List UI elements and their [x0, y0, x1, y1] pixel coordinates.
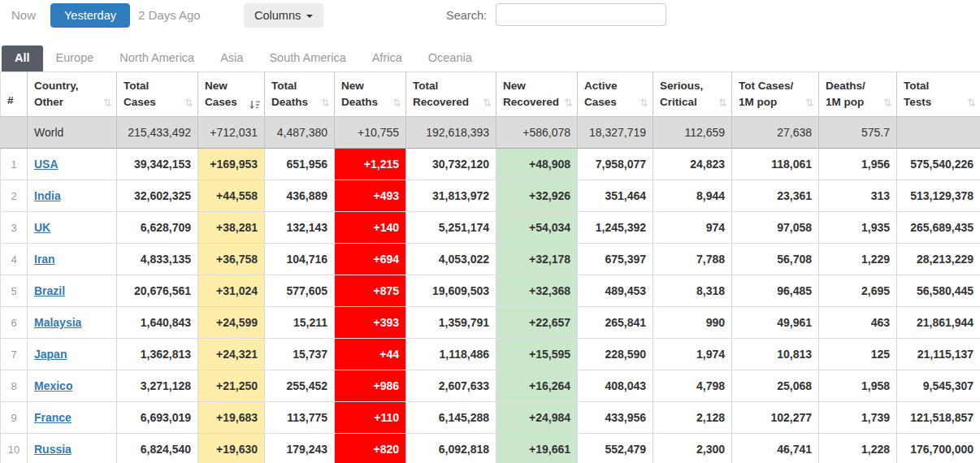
sort-both-icon: ⇅	[483, 95, 492, 111]
header-label: Deaths	[341, 96, 378, 108]
country-row-iran: 4Iran4,833,135+36,758104,716+6944,053,02…	[1, 244, 980, 275]
world-total-row: World215,433,492+712,0314,487,380+10,755…	[1, 117, 980, 149]
tab-europe[interactable]: Europe	[43, 45, 107, 71]
sort-both-icon: ⇅	[883, 95, 892, 111]
new-cases-cell: +36,758	[198, 244, 265, 275]
country-link[interactable]: India	[34, 189, 61, 202]
new-recovered-cell: +19,661	[497, 434, 578, 463]
new-deaths-cell: +393	[335, 307, 406, 339]
tab-africa[interactable]: Africa	[359, 45, 415, 71]
total-recovered-cell: 6,092,818	[406, 434, 497, 463]
new-recovered-cell: +24,984	[497, 402, 578, 434]
header-label: #	[7, 94, 14, 106]
col-header-active-cases[interactable]: ActiveCases⇅	[578, 72, 653, 117]
col-header-total-cases[interactable]: TotalCases⇅	[117, 72, 198, 117]
country-cell: Mexico	[28, 370, 117, 402]
tab-oceania[interactable]: Oceania	[415, 45, 485, 71]
sort-both-icon: ⇅	[967, 95, 976, 111]
total-deaths-cell: 436,889	[265, 180, 335, 212]
col-header-serious-critical[interactable]: Serious,Critical⇅	[653, 72, 732, 117]
total-deaths-cell: 255,452	[265, 370, 335, 402]
total-tests-cell: 56,580,445	[897, 275, 980, 307]
total-recovered-cell: 30,732,120	[406, 149, 497, 180]
header-label: Tot Cases/	[739, 80, 793, 92]
total-cases-cell: 6,824,540	[117, 434, 198, 463]
country-link[interactable]: Russia	[34, 443, 72, 456]
sort-both-icon: ⇅	[321, 95, 330, 111]
total-tests-cell: 9,545,307	[897, 370, 980, 402]
total-recovered-cell: 6,145,288	[406, 402, 497, 434]
total-recovered-cell: 1,359,791	[406, 307, 497, 339]
header-label: Deaths	[271, 96, 308, 108]
two-days-ago-button[interactable]: 2 Days Ago	[138, 8, 201, 22]
new-deaths-cell: +875	[335, 275, 406, 307]
total-tests-cell: 513,129,378	[897, 180, 980, 212]
new-deaths-cell: +820	[335, 434, 406, 463]
sort-both-icon: ⇅	[564, 95, 573, 111]
now-button[interactable]: Now	[11, 8, 36, 22]
new-cases-cell: +712,031	[198, 117, 265, 149]
search-input[interactable]	[496, 3, 666, 26]
col-header-total-deaths[interactable]: TotalDeaths⇅	[265, 72, 335, 117]
serious-critical-cell: 1,974	[653, 339, 732, 370]
rank-cell: 6	[1, 307, 28, 339]
country-link[interactable]: UK	[34, 221, 50, 234]
new-cases-cell: +38,281	[198, 212, 265, 244]
country-link[interactable]: Iran	[34, 253, 55, 266]
country-link[interactable]: France	[34, 411, 72, 424]
country-link[interactable]: Japan	[34, 348, 67, 361]
tab-north-america[interactable]: North America	[106, 45, 207, 71]
sort-both-icon: ⇅	[805, 95, 814, 111]
header-label: Total	[904, 80, 929, 92]
total-recovered-cell: 2,607,633	[406, 370, 497, 402]
new-recovered-cell: +16,264	[497, 370, 578, 402]
sort-both-icon: ⇅	[103, 95, 112, 111]
country-link[interactable]: Mexico	[34, 379, 72, 392]
tab-south-america[interactable]: South America	[256, 45, 358, 71]
col-header-tot-cases-1m[interactable]: Tot Cases/1M pop⇅	[732, 72, 819, 117]
tab-all[interactable]: All	[2, 45, 43, 71]
total-cases-cell: 20,676,561	[117, 275, 198, 307]
tot-cases-1m-cell: 25,068	[732, 370, 819, 402]
rank-cell: 10	[1, 434, 28, 463]
total-cases-cell: 3,271,128	[117, 370, 198, 402]
country-cell: France	[28, 402, 117, 434]
col-header-country[interactable]: Country,Other⇅	[28, 72, 117, 117]
header-label: Recovered	[503, 96, 559, 108]
col-header-new-cases[interactable]: NewCases	[198, 72, 265, 117]
total-recovered-cell: 4,053,022	[406, 244, 497, 275]
header-label: Cases	[584, 96, 617, 108]
new-recovered-cell: +48,908	[497, 149, 578, 180]
country-link[interactable]: Brazil	[34, 284, 65, 297]
total-cases-cell: 6,628,709	[117, 212, 198, 244]
yesterday-button[interactable]: Yesterday	[50, 3, 130, 28]
rank-cell: 8	[1, 370, 28, 402]
tot-cases-1m-cell: 97,058	[732, 212, 819, 244]
caret-down-icon	[306, 15, 313, 18]
col-header-new-recovered[interactable]: NewRecovered⇅	[497, 72, 578, 117]
deaths-1m-cell: 2,695	[819, 275, 897, 307]
country-row-brazil: 5Brazil20,676,561+31,024577,605+87519,60…	[1, 275, 980, 307]
col-header-total-recovered[interactable]: TotalRecovered⇅	[406, 72, 497, 117]
total-tests-cell: 21,861,944	[897, 307, 980, 339]
total-cases-cell: 32,602,325	[117, 180, 198, 212]
new-cases-cell: +169,953	[198, 149, 265, 180]
country-cell: Iran	[28, 244, 117, 275]
columns-label: Columns	[254, 9, 301, 22]
new-recovered-cell: +586,078	[497, 117, 578, 149]
col-header-deaths-1m[interactable]: Deaths/1M pop⇅	[819, 72, 897, 117]
tab-asia[interactable]: Asia	[207, 45, 256, 71]
country-link[interactable]: USA	[34, 158, 59, 171]
serious-critical-cell: 2,300	[653, 434, 732, 463]
columns-dropdown-button[interactable]: Columns	[244, 3, 323, 28]
country-cell: World	[28, 117, 117, 149]
header-label: Total	[271, 80, 297, 92]
col-header-new-deaths[interactable]: NewDeaths⇅	[335, 72, 406, 117]
new-recovered-cell: +22,657	[497, 307, 578, 339]
country-row-usa: 1USA39,342,153+169,953651,956+1,21530,73…	[1, 149, 980, 180]
country-link[interactable]: Malaysia	[34, 316, 81, 329]
tot-cases-1m-cell: 23,361	[732, 180, 819, 212]
total-cases-cell: 1,640,843	[117, 307, 198, 339]
serious-critical-cell: 4,798	[653, 370, 732, 402]
col-header-total-tests[interactable]: TotalTests⇅	[897, 72, 980, 117]
